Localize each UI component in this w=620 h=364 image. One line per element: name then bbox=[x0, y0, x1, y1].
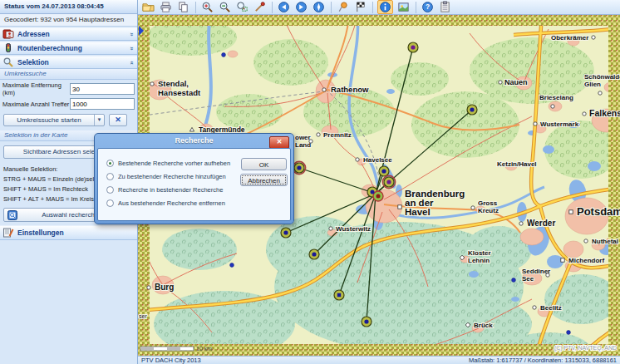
map-place-label: Nuthetal bbox=[592, 238, 618, 245]
clear-selection-button[interactable]: ✕ bbox=[109, 114, 127, 126]
map-statusbar: PTV DACH City 2013 Maßstab: 1:617737 / K… bbox=[138, 356, 620, 364]
route-icon bbox=[2, 43, 14, 53]
info-icon[interactable] bbox=[377, 0, 393, 14]
max-distance-label: Maximale Entfernung (km) bbox=[2, 81, 70, 96]
flag-icon[interactable] bbox=[353, 1, 367, 14]
max-hits-row: Maximale Anzahl Treffer bbox=[2, 98, 135, 110]
dropdown-arrow-icon[interactable]: ▼ bbox=[94, 115, 104, 125]
map-place-label: Stendal, bbox=[158, 79, 189, 88]
toolbar-separator bbox=[331, 2, 332, 13]
zoom-in-icon[interactable] bbox=[200, 1, 214, 14]
map-toolbar: ? bbox=[138, 0, 620, 15]
max-hits-label: Maximale Anzahl Treffer bbox=[2, 101, 70, 108]
umkreissuche-button-row: Umkreissuche starten ▼ ✕ bbox=[3, 114, 135, 126]
svg-text:?: ? bbox=[426, 2, 430, 11]
sidebar-section-einstellungen[interactable]: Einstellungen bbox=[0, 225, 137, 240]
help-icon[interactable]: ? bbox=[421, 1, 435, 14]
select-pen-icon[interactable] bbox=[253, 1, 267, 14]
ok-button[interactable]: OK bbox=[241, 158, 287, 170]
map-place-label: Hansestadt bbox=[158, 88, 201, 97]
dialog-option[interactable]: Zu bestehender Recherche hinzufügen bbox=[106, 172, 226, 180]
radio-button[interactable] bbox=[106, 186, 114, 194]
toolbar-separator bbox=[416, 2, 416, 13]
radio-button[interactable] bbox=[106, 160, 114, 167]
map-place-label: Havelsee bbox=[363, 156, 392, 164]
copy-icon[interactable] bbox=[176, 1, 190, 14]
start-umkreissuche-label: Umkreissuche starten bbox=[17, 116, 81, 124]
geocoded-status: Geocodiert: 932 von 954 Hauptadressen bbox=[0, 14, 137, 27]
map-place-label: Wusterwitz bbox=[336, 225, 371, 233]
map-place-label: Wustermark bbox=[540, 121, 579, 128]
max-hits-input[interactable] bbox=[70, 98, 135, 110]
open-icon[interactable] bbox=[141, 1, 155, 14]
umkreissuche-subheader: Umkreissuche bbox=[0, 69, 137, 80]
map-place-label: Land bbox=[295, 141, 311, 149]
map-place-label: Beelitz bbox=[540, 304, 562, 312]
recherche-dialog: Recherche ✕ OK Abbrechen Bestehende Rech… bbox=[94, 133, 294, 224]
address-dot[interactable] bbox=[567, 331, 571, 335]
svg-text:(C) PTV, NAVTEQ, AND: (C) PTV, NAVTEQ, AND bbox=[554, 345, 617, 352]
map-place-label: ower bbox=[295, 134, 311, 141]
dialog-title: Recherche bbox=[95, 134, 293, 148]
sidebar-section-routenberechnung[interactable]: Routenberechnung » bbox=[0, 42, 137, 55]
section-label: Adressen bbox=[17, 30, 50, 38]
scale-coordinates-label: Maßstab: 1:617737 / Koordinaten: 1315033… bbox=[469, 357, 617, 364]
application-window: Status vom 24.07.2013 08:04:45 Geocodier… bbox=[0, 0, 620, 364]
map-place-label: Rathenow bbox=[331, 85, 369, 94]
zoom-window-icon[interactable] bbox=[235, 1, 249, 14]
max-distance-row: Maximale Entfernung (km) bbox=[2, 83, 135, 95]
chevron-up-icon[interactable]: » bbox=[127, 61, 135, 64]
radio-button[interactable] bbox=[106, 173, 114, 180]
addressbook-icon bbox=[2, 29, 14, 39]
report-icon[interactable] bbox=[438, 1, 452, 14]
section-label: Selektion bbox=[17, 58, 49, 66]
zoom-out-icon[interactable] bbox=[218, 1, 232, 14]
settings-icon bbox=[2, 228, 14, 238]
map-place-label: Kloster bbox=[468, 249, 491, 257]
address-dot[interactable] bbox=[222, 53, 226, 57]
start-umkreissuche-button[interactable]: Umkreissuche starten ▼ bbox=[3, 114, 105, 126]
map-source-label: PTV DACH City 2013 bbox=[141, 357, 201, 364]
chevron-down-icon[interactable]: » bbox=[127, 32, 135, 36]
map-place-label: Oberkrämer bbox=[551, 34, 588, 42]
sidebar-section-selektion[interactable]: Selektion » bbox=[0, 56, 137, 69]
map-place-label: Falkensee bbox=[589, 108, 620, 118]
address-dot[interactable] bbox=[512, 278, 516, 283]
print-icon[interactable] bbox=[159, 1, 173, 14]
dialog-option[interactable]: Bestehende Recherche vorher aufheben bbox=[106, 159, 230, 167]
map-place-label: Kreutz bbox=[478, 207, 499, 214]
map-scale-bar: 10 km bbox=[140, 346, 212, 352]
map-place-label: Brieselang bbox=[539, 94, 573, 101]
dialog-option[interactable]: Aus bestehender Recherche entfernen bbox=[106, 199, 225, 207]
close-icon[interactable]: ✕ bbox=[269, 136, 289, 149]
chevron-down-icon[interactable]: » bbox=[127, 47, 135, 50]
address-dot[interactable] bbox=[230, 263, 234, 268]
radio-button[interactable] bbox=[106, 199, 114, 207]
map-place-label: Premnitz bbox=[323, 131, 352, 139]
dialog-option[interactable]: Recherche in bestehender Recherche bbox=[106, 185, 223, 194]
pin-icon[interactable] bbox=[336, 1, 350, 14]
cancel-button[interactable]: Abbrechen bbox=[240, 174, 288, 186]
toolbar-separator bbox=[195, 2, 196, 13]
magnifier-icon bbox=[2, 57, 14, 67]
toolbar-separator bbox=[272, 2, 273, 13]
nav-forward-icon[interactable] bbox=[294, 1, 308, 14]
compass-icon[interactable] bbox=[312, 1, 326, 14]
map-place-label: Nauen bbox=[504, 78, 528, 86]
dialog-option-label: Recherche in bestehender Recherche bbox=[118, 186, 223, 194]
map-place-label: Burg bbox=[155, 283, 174, 292]
svg-text:10 km: 10 km bbox=[196, 346, 212, 352]
map-place-label: Brück bbox=[474, 322, 493, 329]
dialog-option-label: Zu bestehender Recherche hinzufügen bbox=[118, 173, 226, 180]
recherche-icon bbox=[7, 210, 17, 220]
nav-back-icon[interactable] bbox=[277, 1, 291, 14]
toolbar-separator bbox=[372, 2, 373, 13]
map-image-icon[interactable] bbox=[396, 1, 411, 14]
max-distance-input[interactable] bbox=[70, 83, 135, 95]
map-place-label: See bbox=[522, 275, 534, 283]
map-place-label: Werder bbox=[527, 219, 555, 228]
map-place-label: Lehnin bbox=[468, 257, 490, 264]
sidebar-section-adressen[interactable]: Adressen » bbox=[0, 27, 137, 41]
map-place-label: Havel bbox=[405, 207, 431, 217]
map-place-label: Michendorf bbox=[568, 257, 604, 264]
